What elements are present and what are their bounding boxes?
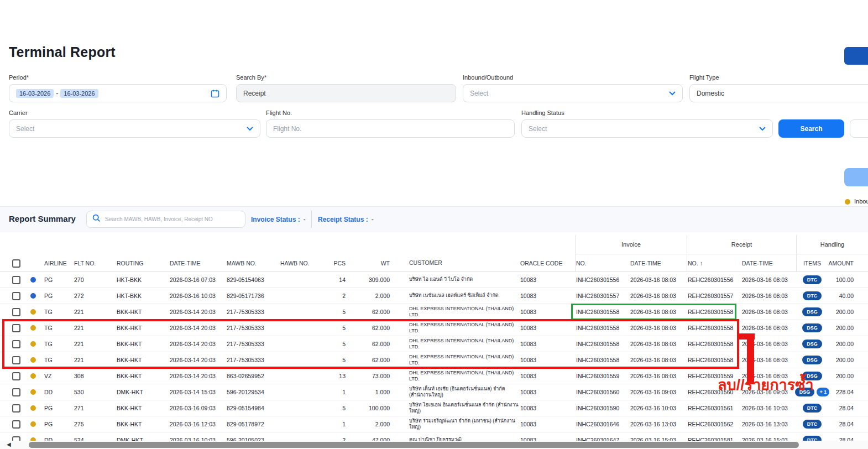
invoice-status-label: Invoice Status :: [251, 216, 300, 223]
receipt-status-label: Receipt Status :: [318, 216, 368, 223]
period-range-input[interactable]: 16-03-2026 - 16-03-2026: [9, 84, 227, 102]
cell-routing: DMK-HKT: [117, 384, 169, 400]
status-dot-yellow: [30, 389, 36, 395]
cell-rec-dt: 2026-03-16 10:03: [742, 400, 795, 416]
cell-customer: บริษัท ไอเอเอฟ อินเตอร์เนชั่นแนล จำกัด (…: [409, 400, 519, 416]
cell-inv-dt: 2026-03-16 13:03: [630, 416, 686, 432]
cell-inv-no: INHC260301590: [576, 400, 629, 416]
cell-amount: 200.00: [825, 368, 854, 384]
cell-hawb: [280, 416, 307, 432]
table-row: PG270HKT-BKK2026-03-16 07:03829-05154063…: [0, 272, 868, 288]
cell-amount: 28.04: [825, 416, 854, 432]
chevron-down-icon[interactable]: [759, 127, 766, 131]
header-receipt-no-sortable[interactable]: NO. ↑: [688, 254, 741, 272]
row-checkbox[interactable]: [10, 304, 25, 320]
flight-no-label: Flight No.: [266, 109, 292, 116]
items-badge: DTC: [803, 404, 822, 413]
cell-oracle: 10083: [520, 288, 574, 304]
green-highlight-box: [571, 304, 736, 320]
cell-items: DTC: [795, 288, 829, 304]
inbound-legend-dot: [845, 199, 850, 205]
panel-action-button[interactable]: [844, 168, 868, 186]
table-search-input[interactable]: Search MAWB, HAWB, Invoice, Receipt NO: [86, 211, 245, 228]
row-checkbox[interactable]: [10, 368, 25, 384]
header-flt-no: FLT NO.: [74, 254, 116, 272]
row-checkbox[interactable]: [10, 384, 25, 400]
cell-pcs: 5: [307, 400, 346, 416]
carrier-select[interactable]: Select: [9, 119, 260, 138]
cell-datetime: 2026-03-16 07:03: [170, 272, 226, 288]
period-from-chip[interactable]: 16-03-2026: [16, 89, 54, 98]
cell-rec-dt: 2026-03-16 08:03: [742, 304, 795, 320]
horizontal-scrollbar[interactable]: ◀: [0, 441, 868, 449]
scroll-left-arrow[interactable]: ◀: [7, 441, 11, 447]
carrier-placeholder: Select: [16, 125, 34, 133]
reset-button[interactable]: [850, 119, 868, 138]
scrollbar-thumb[interactable]: [29, 442, 799, 448]
cell-items: DTC: [795, 400, 829, 416]
cell-oracle: 10083: [520, 416, 574, 432]
items-badge: DSG: [802, 340, 822, 348]
table-row: PG275BKK-HKT2026-03-16 12:03829-05178972…: [0, 416, 868, 432]
inbound-outbound-placeholder: Select: [470, 90, 488, 97]
flight-type-select[interactable]: Domestic: [689, 84, 868, 102]
cell-routing: BKK-HKT: [117, 400, 169, 416]
cell-mawb: 829-05178972: [227, 416, 279, 432]
calendar-icon[interactable]: [211, 89, 219, 98]
handling-status-select[interactable]: Select: [521, 119, 773, 138]
cell-inv-dt: 2026-03-16 08:03: [630, 368, 686, 384]
cell-flt: 275: [74, 416, 116, 432]
search-button[interactable]: Search: [778, 119, 844, 138]
cell-items: DSG: [795, 336, 829, 352]
inbound-outbound-select[interactable]: Select: [463, 84, 683, 102]
cell-airline: PG: [44, 288, 73, 304]
flight-no-input[interactable]: Flight No.: [266, 119, 515, 138]
cell-airline: VZ: [44, 368, 73, 384]
search-icon: [92, 214, 101, 224]
column-separator: [687, 235, 687, 272]
search-by-field[interactable]: Receipt: [236, 84, 456, 102]
row-checkbox[interactable]: [10, 400, 25, 416]
receipt-status: Receipt Status : -: [318, 216, 374, 223]
chevron-down-icon[interactable]: [247, 127, 253, 131]
red-annotation-box: [2, 319, 739, 369]
carrier-label: Carrier: [9, 109, 28, 116]
search-by-value: Receipt: [243, 90, 266, 97]
cell-mawb: 863-02659952: [227, 368, 279, 384]
cell-inv-dt: 2026-03-16 08:03: [630, 272, 686, 288]
table-row: PG271BKK-HKT2026-03-16 09:03829-05154984…: [0, 400, 868, 416]
cell-routing: HKT-BKK: [117, 272, 169, 288]
cell-customer: บริษัท เนชั่นแนล เฮลท์แคร์ ซิสเท็มส์ จำก…: [409, 288, 519, 304]
cell-inv-no: INHC260301559: [576, 368, 629, 384]
cell-wt: 2.000: [346, 288, 390, 304]
cell-amount: 28.04: [825, 400, 854, 416]
table-header-row: AIRLINE FLT NO. ROUTING DATE-TIME MAWB N…: [0, 254, 868, 272]
header-amount: AMOUNT: [825, 254, 854, 272]
period-to-chip[interactable]: 16-03-2026: [60, 89, 98, 98]
row-checkbox[interactable]: [10, 288, 25, 304]
cell-inv-dt: 2026-03-16 08:03: [630, 288, 686, 304]
top-right-button[interactable]: [844, 47, 868, 65]
period-separator: -: [56, 90, 58, 97]
select-all-checkbox[interactable]: [10, 254, 25, 272]
items-badge: DTC: [803, 275, 822, 284]
cell-amount: 100.00: [825, 272, 854, 288]
cell-flt: 271: [74, 400, 116, 416]
table-search-placeholder: Search MAWB, HAWB, Invoice, Receipt NO: [105, 216, 213, 222]
group-handling: Handling: [796, 235, 868, 254]
status-dot-yellow: [30, 421, 36, 427]
cell-wt: 62.000: [346, 304, 390, 320]
cell-hawb: [280, 384, 307, 400]
cell-wt: 100.000: [346, 400, 390, 416]
chevron-down-icon[interactable]: [669, 91, 676, 96]
cell-rec-no: REHC260301562: [688, 416, 741, 432]
cell-datetime: 2026-03-16 09:03: [170, 400, 226, 416]
cell-items: DTC: [795, 416, 829, 432]
terminal-report-page: Terminal Report Period* 16-03-2026 - 16-…: [0, 0, 868, 449]
row-checkbox[interactable]: [10, 272, 25, 288]
duplicate-note-text: ลบ//รายการซ้ำ: [718, 373, 814, 396]
cell-items: DSG: [795, 304, 829, 320]
cell-airline: PG: [44, 400, 73, 416]
cell-hawb: [280, 272, 307, 288]
row-checkbox[interactable]: [10, 416, 25, 432]
